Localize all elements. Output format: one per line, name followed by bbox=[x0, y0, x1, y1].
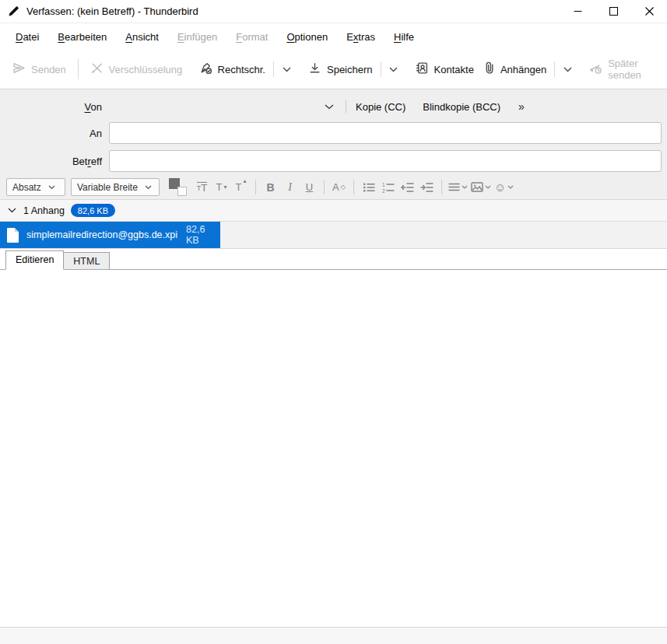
split-separator bbox=[554, 61, 555, 77]
tab-editieren[interactable]: Editieren bbox=[5, 250, 64, 270]
save-dropdown-chevron[interactable] bbox=[384, 62, 403, 77]
spellcheck-pen-icon bbox=[199, 61, 212, 77]
decrease-font-size-button[interactable]: T▾ bbox=[212, 178, 231, 197]
font-size-icon: TT bbox=[197, 182, 207, 192]
toolbar-separator bbox=[78, 59, 79, 79]
menu-hilfe[interactable]: Hilfe bbox=[384, 27, 423, 47]
attach-dropdown-chevron[interactable] bbox=[558, 62, 577, 77]
menu-format[interactable]: Format bbox=[226, 27, 277, 47]
paperclip-icon bbox=[483, 61, 495, 77]
attachment-pane-header[interactable]: 1 Anhang 82,6 KB bbox=[0, 200, 667, 222]
contacts-button[interactable]: Kontakte bbox=[411, 57, 479, 82]
titlebar: Verfassen: (kein Betreff) - Thunderbird bbox=[0, 0, 667, 23]
minimize-button[interactable] bbox=[560, 0, 595, 23]
smiley-icon: ☺ bbox=[494, 180, 506, 194]
save-icon bbox=[308, 61, 321, 77]
compose-window: Verfassen: (kein Betreff) - Thunderbird … bbox=[0, 0, 667, 644]
cc-button[interactable]: Kopie (CC) bbox=[354, 98, 407, 116]
indent-button[interactable] bbox=[417, 178, 437, 197]
format-separator bbox=[353, 180, 354, 194]
from-dropdown-chevron[interactable] bbox=[321, 101, 338, 113]
svg-text:2: 2 bbox=[382, 187, 385, 193]
tab-html[interactable]: HTML bbox=[63, 252, 110, 269]
from-label: Von bbox=[0, 101, 102, 113]
split-separator bbox=[273, 61, 274, 77]
send-icon bbox=[12, 61, 26, 77]
chevron-down-icon bbox=[145, 185, 152, 190]
send-button[interactable]: Senden bbox=[8, 57, 71, 82]
compose-toolbar: Senden Verschlüsselung Rechtschr. Speich… bbox=[0, 50, 667, 89]
close-button[interactable] bbox=[631, 0, 667, 23]
message-body-editor[interactable] bbox=[0, 270, 667, 627]
subject-input[interactable] bbox=[109, 150, 662, 172]
save-button[interactable]: Speichern bbox=[304, 57, 377, 82]
font-size-button[interactable]: TT bbox=[192, 178, 212, 197]
bcc-button[interactable]: Blindkopie (BCC) bbox=[421, 98, 502, 116]
background-color-swatch bbox=[177, 187, 187, 196]
eraser-icon: ◇ bbox=[341, 184, 346, 191]
attachment-item[interactable]: simplemailredirection@ggbs.de.xpi 82,6 K… bbox=[0, 222, 220, 248]
font-select[interactable]: Variable Breite bbox=[71, 178, 160, 196]
chevron-down-icon bbox=[462, 184, 468, 191]
message-headers: Von Kopie (CC) Blindkopie (BCC) » An Bet… bbox=[0, 89, 667, 175]
decrease-font-icon: T bbox=[216, 181, 223, 193]
indent-icon bbox=[420, 182, 434, 193]
numbered-list-button[interactable]: 12 bbox=[378, 178, 398, 197]
underline-button[interactable]: U bbox=[300, 178, 319, 197]
numbered-list-icon: 12 bbox=[382, 182, 395, 193]
send-later-button[interactable]: Später senden bbox=[585, 53, 659, 86]
insert-image-button[interactable] bbox=[469, 178, 493, 197]
encryption-button[interactable]: Verschlüsselung bbox=[86, 57, 188, 82]
menu-einfuegen[interactable]: Einfügen bbox=[168, 27, 226, 47]
pencil-icon bbox=[8, 5, 19, 17]
italic-button[interactable]: I bbox=[280, 178, 300, 197]
paragraph-style-select[interactable]: Absatz bbox=[6, 178, 65, 196]
statusbar bbox=[0, 627, 667, 644]
subject-row: Betreff bbox=[0, 150, 667, 172]
increase-font-size-button[interactable]: T▴ bbox=[231, 178, 251, 197]
header-separator bbox=[346, 100, 346, 113]
to-row: An bbox=[0, 122, 667, 144]
outdent-button[interactable] bbox=[398, 178, 417, 197]
chevron-down-icon bbox=[485, 184, 491, 191]
remove-formatting-button[interactable]: A◇ bbox=[329, 178, 349, 197]
file-icon bbox=[7, 228, 19, 243]
address-book-icon bbox=[416, 61, 429, 77]
svg-text:1: 1 bbox=[382, 182, 385, 187]
menu-extras[interactable]: Extras bbox=[337, 27, 384, 47]
caption-buttons bbox=[560, 0, 667, 23]
menu-bearbeiten[interactable]: Bearbeiten bbox=[48, 27, 116, 47]
formatting-toolbar: Absatz Variable Breite TT T▾ T▴ B I U A◇… bbox=[0, 175, 667, 200]
attachment-count: 1 Anhang bbox=[23, 205, 65, 216]
attachment-name: simplemailredirection@ggbs.de.xpi bbox=[26, 229, 177, 240]
attachment-total-size-badge: 82,6 KB bbox=[71, 204, 115, 217]
format-separator bbox=[441, 180, 442, 194]
to-label: An bbox=[0, 128, 102, 139]
menu-ansicht[interactable]: Ansicht bbox=[116, 27, 168, 47]
bullet-list-button[interactable] bbox=[359, 178, 378, 197]
encryption-slash-icon bbox=[90, 61, 104, 77]
collapse-chevron-icon[interactable] bbox=[8, 208, 16, 213]
menu-datei[interactable]: Datei bbox=[6, 27, 48, 47]
bullet-list-icon bbox=[363, 182, 375, 193]
from-row: Von Kopie (CC) Blindkopie (BCC) » bbox=[0, 91, 667, 122]
format-separator bbox=[324, 180, 325, 194]
send-later-icon bbox=[589, 61, 602, 77]
subject-label: Betreff bbox=[0, 156, 102, 167]
spellcheck-dropdown-chevron[interactable] bbox=[277, 62, 297, 77]
attachment-list: simplemailredirection@ggbs.de.xpi 82,6 K… bbox=[0, 222, 667, 249]
attach-button[interactable]: Anhängen bbox=[479, 57, 551, 82]
insert-smiley-button[interactable]: ☺ bbox=[493, 178, 515, 197]
split-separator bbox=[381, 61, 381, 77]
menubar: Datei Bearbeiten Ansicht Einfügen Format… bbox=[0, 23, 667, 50]
more-recipients-chevron[interactable]: » bbox=[515, 99, 528, 114]
increase-font-icon: T bbox=[236, 181, 242, 193]
alignment-button[interactable] bbox=[447, 178, 469, 197]
spellcheck-button[interactable]: Rechtschr. bbox=[195, 57, 270, 82]
to-input[interactable] bbox=[109, 122, 662, 144]
maximize-button[interactable] bbox=[595, 0, 631, 23]
format-separator bbox=[255, 180, 256, 194]
menu-optionen[interactable]: Optionen bbox=[277, 27, 337, 47]
text-color-picker[interactable] bbox=[169, 178, 188, 196]
bold-button[interactable]: B bbox=[261, 178, 280, 197]
